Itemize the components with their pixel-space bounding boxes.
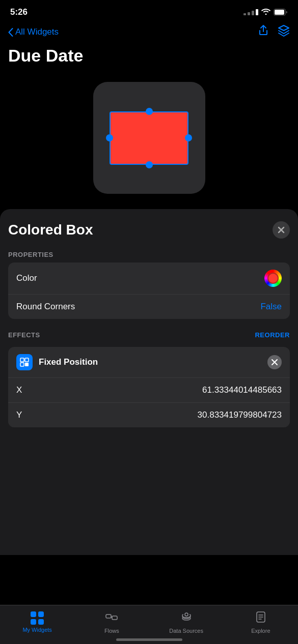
my-widgets-icon bbox=[31, 611, 44, 625]
sheet-title: Colored Box bbox=[8, 222, 93, 238]
wifi-icon bbox=[261, 8, 270, 17]
svg-point-9 bbox=[185, 613, 188, 616]
handle-right[interactable] bbox=[185, 134, 192, 141]
explore-icon bbox=[254, 610, 267, 626]
tab-my-widgets[interactable]: My Widgets bbox=[19, 611, 55, 633]
home-indicator bbox=[116, 638, 182, 641]
nav-bar: All Widgets bbox=[0, 22, 298, 44]
reorder-button[interactable]: REORDER bbox=[255, 331, 290, 339]
tab-flows-label: Flows bbox=[104, 628, 119, 634]
color-property-row[interactable]: Color bbox=[8, 262, 290, 294]
status-icons bbox=[243, 8, 288, 17]
svg-rect-4 bbox=[20, 363, 24, 366]
tab-my-widgets-label: My Widgets bbox=[22, 627, 51, 633]
svg-rect-3 bbox=[25, 358, 29, 362]
y-label: Y bbox=[16, 410, 22, 420]
effect-remove-button[interactable] bbox=[267, 355, 282, 369]
x-label: X bbox=[16, 385, 22, 395]
signal-icon bbox=[243, 9, 258, 15]
battery-icon bbox=[274, 9, 288, 16]
svg-rect-6 bbox=[106, 614, 111, 618]
close-button[interactable] bbox=[273, 221, 290, 239]
effect-header-row: Fixed Position bbox=[8, 347, 290, 378]
effects-header: EFFECTS REORDER bbox=[8, 331, 290, 339]
svg-rect-2 bbox=[20, 358, 24, 362]
colored-box bbox=[110, 111, 188, 165]
page-title: Due Date bbox=[0, 44, 298, 72]
round-corners-value: False bbox=[260, 302, 282, 312]
nav-actions bbox=[257, 24, 290, 40]
status-time: 5:26 bbox=[10, 7, 28, 17]
y-value: 30.833419799804723 bbox=[198, 410, 282, 420]
tab-explore[interactable]: Explore bbox=[243, 610, 279, 634]
effect-name: Fixed Position bbox=[39, 357, 98, 367]
color-label: Color bbox=[16, 273, 37, 283]
y-coord-row[interactable]: Y 30.833419799804723 bbox=[8, 402, 290, 427]
svg-rect-7 bbox=[112, 616, 117, 620]
handle-top[interactable] bbox=[146, 108, 153, 115]
tab-explore-label: Explore bbox=[251, 628, 270, 634]
round-corners-row[interactable]: Round Corners False bbox=[8, 294, 290, 319]
round-corners-label: Round Corners bbox=[16, 302, 75, 312]
handle-left[interactable] bbox=[106, 134, 113, 141]
widget-preview-area bbox=[0, 72, 298, 209]
bottom-sheet: Colored Box PROPERTIES Color Round Corne… bbox=[0, 209, 298, 555]
share-icon[interactable] bbox=[257, 24, 269, 40]
layers-icon[interactable] bbox=[278, 24, 290, 40]
properties-card: Color Round Corners False bbox=[8, 262, 290, 319]
back-label: All Widgets bbox=[15, 27, 59, 37]
status-bar: 5:26 bbox=[0, 0, 298, 22]
flows-icon bbox=[105, 610, 118, 626]
widget-inner bbox=[110, 111, 188, 165]
handle-bottom[interactable] bbox=[146, 161, 153, 168]
back-button[interactable]: All Widgets bbox=[8, 27, 59, 37]
effects-label: EFFECTS bbox=[8, 331, 40, 339]
svg-rect-1 bbox=[275, 10, 284, 15]
widget-card[interactable] bbox=[93, 82, 205, 194]
tab-data-sources[interactable]: Data Sources bbox=[169, 610, 204, 634]
effects-card: Fixed Position X 61.33344014485663 Y 30.… bbox=[8, 347, 290, 427]
x-coord-row[interactable]: X 61.33344014485663 bbox=[8, 378, 290, 402]
effect-left: Fixed Position bbox=[16, 354, 98, 370]
properties-label: PROPERTIES bbox=[8, 251, 290, 258]
x-value: 61.33344014485663 bbox=[202, 385, 282, 395]
color-swatch[interactable] bbox=[264, 270, 282, 287]
svg-rect-5 bbox=[25, 363, 29, 366]
fixed-position-icon-box bbox=[16, 354, 33, 370]
tab-data-sources-label: Data Sources bbox=[169, 628, 203, 634]
tab-flows[interactable]: Flows bbox=[94, 610, 129, 634]
data-sources-icon bbox=[180, 610, 193, 626]
sheet-header: Colored Box bbox=[8, 221, 290, 239]
